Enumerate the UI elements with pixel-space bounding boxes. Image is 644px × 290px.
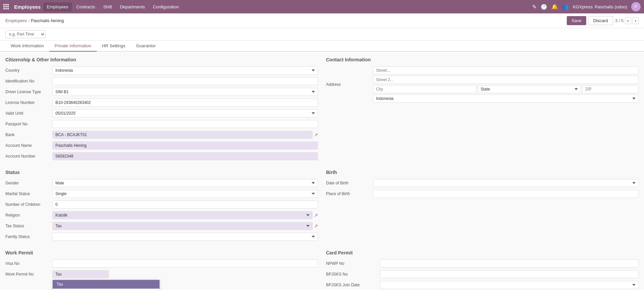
birth-title: Birth: [326, 170, 639, 175]
tab-private-information[interactable]: Private Information: [49, 41, 97, 52]
religion-external-link-icon[interactable]: ↗: [314, 213, 318, 218]
visa-no-input[interactable]: [52, 259, 318, 268]
marital-label: Marital Status: [5, 191, 52, 196]
work-permit-no-input[interactable]: [52, 270, 109, 278]
bpjsks-group: BPJSKS No: [326, 270, 639, 278]
valid-until-group: Valid Until 05/01/2025: [5, 109, 318, 117]
street2-input[interactable]: [373, 76, 639, 84]
work-permit-dropdown-container: Tax Create and Edit...: [52, 270, 318, 278]
bpjsks-input[interactable]: [380, 270, 639, 278]
state-select[interactable]: State: [478, 85, 581, 93]
dob-select[interactable]: [373, 179, 639, 187]
edit-icon[interactable]: ✎: [532, 4, 537, 10]
dropdown-tax-option[interactable]: Tax: [53, 280, 159, 289]
visa-no-group: Visa No: [5, 259, 318, 268]
family-status-label: Family Status: [5, 234, 52, 239]
license-number-input[interactable]: [52, 99, 318, 107]
country-label: Country: [5, 68, 52, 73]
license-number-label: License Number: [5, 100, 52, 105]
tax-status-select[interactable]: Tax: [52, 222, 313, 230]
identification-label: Identification No: [5, 79, 52, 83]
clock-icon[interactable]: 🕐: [541, 4, 547, 10]
dob-group: Date of Birth: [326, 179, 639, 187]
breadcrumb-current: Paschalis hening: [31, 18, 64, 23]
tab-hr-settings[interactable]: HR Settings: [97, 41, 131, 52]
city-state-row: State: [373, 85, 639, 93]
tax-status-external-link-icon[interactable]: ↗: [314, 223, 318, 229]
marital-group: Marital Status Single Married Divorced: [5, 190, 318, 198]
menu-contracts[interactable]: Contracts: [73, 2, 99, 11]
children-input[interactable]: [52, 200, 318, 209]
driver-license-type-select[interactable]: SIM B1: [52, 88, 318, 96]
religion-input-row: Katolik ↗: [52, 211, 318, 219]
license-number-group: License Number: [5, 99, 318, 107]
country-group: Country Indonesia: [5, 66, 318, 74]
user-info[interactable]: KGXpress Paschalis (odoo): [573, 4, 627, 9]
family-status-select[interactable]: [52, 233, 318, 241]
save-button[interactable]: Save: [567, 16, 586, 25]
city-input[interactable]: [373, 85, 476, 93]
marital-select[interactable]: Single Married Divorced: [52, 190, 318, 198]
menu-configuration[interactable]: Configuration: [150, 2, 182, 11]
contact-country-select[interactable]: Indonesia: [373, 95, 639, 103]
dob-label: Date of Birth: [326, 181, 373, 185]
contact-title: Contact Information: [326, 57, 639, 62]
bank-select[interactable]: BCA - BCAJKT01: [52, 131, 313, 139]
tab-guarantor[interactable]: Guarantor: [131, 41, 161, 52]
work-permit-dropdown: Tax Create and Edit...: [52, 280, 160, 290]
employment-type-select[interactable]: e.g. Part Time: [5, 30, 46, 38]
bpjsks-join-date-select[interactable]: [380, 281, 639, 289]
zip-input[interactable]: [582, 85, 639, 93]
discard-button[interactable]: Discard: [588, 16, 613, 25]
account-name-input[interactable]: [52, 141, 318, 150]
passport-label: Passport No: [5, 122, 52, 126]
dropdown-create-option[interactable]: Create and Edit...: [53, 289, 159, 290]
bpjsks-join-date-label: BPJSKS Join Date: [326, 283, 380, 287]
bank-external-link-icon[interactable]: ↗: [314, 132, 318, 137]
users-icon[interactable]: 👥: [562, 4, 569, 10]
grid-menu-icon[interactable]: [3, 4, 9, 9]
pagination: 3 / 5 ‹ ›: [615, 17, 639, 24]
breadcrumb-parent[interactable]: Employees: [5, 18, 27, 23]
pagination-next[interactable]: ›: [633, 17, 639, 24]
tab-work-information[interactable]: Work Information: [5, 41, 49, 52]
card-permit-section: Card Permit NPWP No BPJSKS No BPJSKS Joi…: [326, 250, 639, 290]
address-group: Address State Indonesia: [326, 66, 639, 103]
pagination-prev[interactable]: ‹: [625, 17, 631, 24]
family-status-group: Family Status: [5, 233, 318, 241]
valid-until-select[interactable]: 05/01/2025: [52, 109, 318, 117]
pob-input[interactable]: [373, 190, 639, 198]
children-group: Number of Children: [5, 200, 318, 209]
npwp-input[interactable]: [380, 259, 639, 268]
pagination-count: 3 / 5: [615, 18, 624, 23]
status-section: Status Gender Male Female Other Marital …: [5, 170, 318, 243]
bpjsks-label: BPJSKS No: [326, 272, 380, 277]
bank-group: Bank BCA - BCAJKT01 ↗: [5, 131, 318, 139]
account-number-group: Account Number: [5, 152, 318, 160]
pob-label: Place of Birth: [326, 191, 373, 196]
menu-employees[interactable]: Employees: [43, 2, 72, 11]
identification-input[interactable]: [52, 77, 318, 85]
religion-select[interactable]: Katolik: [52, 211, 313, 219]
user-avatar[interactable]: P: [631, 2, 641, 11]
street-input[interactable]: [373, 66, 639, 74]
menu-shift[interactable]: Shift: [100, 2, 115, 11]
gender-group: Gender Male Female Other: [5, 179, 318, 187]
breadcrumb-separator: /: [28, 18, 30, 23]
user-name: Paschalis (odoo): [595, 4, 627, 9]
valid-until-label: Valid Until: [5, 111, 52, 116]
driver-license-type-label: Driver License Type: [5, 90, 52, 94]
company-name: KGXpress: [573, 4, 593, 9]
gender-select[interactable]: Male Female Other: [52, 179, 318, 187]
account-number-input[interactable]: [52, 152, 318, 160]
menu-departments[interactable]: Departments: [117, 2, 148, 11]
action-buttons: Save Discard 3 / 5 ‹ ›: [567, 16, 639, 25]
passport-input[interactable]: [52, 120, 318, 128]
notification-icon[interactable]: 🔔: [551, 4, 558, 10]
npwp-label: NPWP No: [326, 261, 380, 266]
religion-label: Religion: [5, 213, 52, 218]
country-select[interactable]: Indonesia: [52, 66, 318, 74]
religion-group: Religion Katolik ↗: [5, 211, 318, 219]
bank-input-row: BCA - BCAJKT01 ↗: [52, 131, 318, 139]
contact-section: Contact Information Address State Indone…: [326, 57, 639, 163]
